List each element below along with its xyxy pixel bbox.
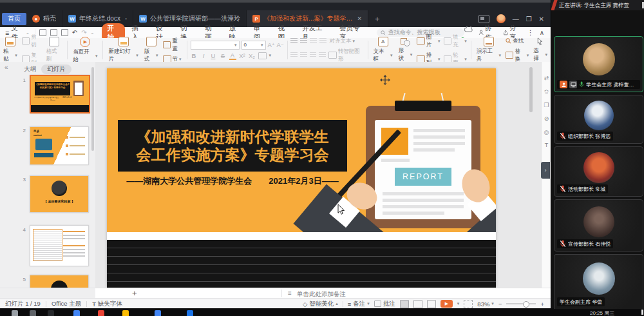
zoom-level[interactable]: 83%▾ — [477, 301, 494, 308]
new-slide-button[interactable]: 新建幻灯片▾ — [107, 37, 139, 63]
reset-button[interactable]: 重置 — [163, 37, 183, 53]
underline-button[interactable]: U — [210, 52, 217, 59]
presentation-tools-button[interactable]: 演示工具▾ — [475, 37, 502, 63]
effects-star-icon[interactable]: ✩ — [542, 88, 551, 95]
bold-button[interactable]: B — [191, 52, 198, 59]
superscript-button[interactable]: X² — [239, 52, 246, 59]
subscript-button[interactable]: X₂ — [249, 52, 256, 59]
slide-title-box[interactable]: 《加强和改进新时代学联学生 会工作实施方案》专题学习会 — [118, 120, 347, 172]
thumbnail-slide-3[interactable]: 【 总体要求和目标 】 — [30, 175, 89, 213]
comments-button[interactable]: 批注 — [374, 300, 395, 308]
outline-tab[interactable]: 大纲 — [24, 65, 36, 74]
text-tool-icon[interactable]: T — [542, 142, 551, 148]
shrink-font-button[interactable]: A⁻ — [277, 41, 284, 48]
format-painter-button[interactable]: 格式刷 — [45, 37, 64, 63]
decrease-indent-icon[interactable] — [310, 38, 317, 44]
show-desktop-button[interactable] — [641, 310, 643, 315]
layout-button[interactable]: 版式▾ — [143, 37, 160, 63]
slide-1-canvas[interactable]: 《加强和改进新时代学联学生 会工作实施方案》专题学习会 ——湖南大学公共管理学院… — [107, 68, 496, 288]
video-tile-organization-head[interactable]: 组织部部长 张博远 — [554, 95, 643, 144]
canvas-scrollbar[interactable] — [529, 67, 533, 112]
restore-button[interactable]: ❐ — [526, 15, 532, 23]
pin-icon[interactable]: ◎ — [542, 129, 551, 135]
align-left-icon[interactable] — [290, 52, 298, 58]
video-tile-activity-head[interactable]: 活动部部长 常城 — [554, 146, 643, 197]
minimize-button[interactable]: — — [513, 15, 519, 23]
taskbar-app-icon[interactable] — [187, 310, 193, 316]
normal-view-button[interactable] — [400, 300, 409, 308]
zoom-slider-knob[interactable] — [523, 301, 529, 308]
taskbar-clock[interactable]: 20:25 周三 — [590, 310, 614, 316]
justify-icon[interactable] — [319, 52, 326, 58]
new-tab-button[interactable]: + — [375, 14, 380, 24]
thumbnail-slide-4[interactable] — [30, 225, 89, 266]
clear-format-icon[interactable] — [258, 52, 267, 59]
fit-to-window-icon[interactable] — [464, 300, 473, 308]
play-from-current-button[interactable]: ▶ 当页开始▾ — [71, 37, 99, 64]
video-tile-publicity-head[interactable]: 宣传部部长 石佳悦 — [554, 199, 643, 252]
taskbar-app-icon[interactable] — [155, 310, 161, 316]
print-preview-icon[interactable] — [61, 29, 68, 36]
redo-icon[interactable]: ↷ — [81, 29, 86, 36]
zoom-in-button[interactable]: + — [540, 301, 544, 308]
taskbar-app-icon[interactable] — [48, 310, 54, 316]
video-tile-president[interactable]: 学生会主席 龚梓萱的屏幕... — [554, 36, 643, 92]
thumbnail-scrollbar[interactable] — [91, 67, 94, 151]
notes-toggle-button[interactable]: ≡备注▾ — [348, 300, 370, 308]
taskbar-app-icon[interactable] — [73, 310, 80, 316]
taskbar-app-icon[interactable] — [122, 310, 129, 316]
textbox-button[interactable]: A 文本框▾ — [372, 37, 394, 63]
align-right-icon[interactable] — [310, 52, 317, 58]
docs-badge-icon[interactable] — [478, 15, 489, 23]
slide-editing-canvas[interactable]: 《加强和改进新时代学联学生 会工作实施方案》专题学习会 ——湖南大学公共管理学院… — [95, 62, 541, 288]
thumbnail-slide-5[interactable] — [30, 275, 89, 288]
taskbar-app-icon[interactable] — [30, 310, 36, 316]
find-button[interactable]: 查找 — [506, 37, 529, 45]
zoom-slider[interactable] — [506, 303, 536, 304]
select-button[interactable]: 选择▾ — [532, 37, 549, 63]
properties-slider-icon[interactable]: ⇄ — [542, 75, 551, 81]
taskbar-app-icon[interactable] — [98, 310, 104, 316]
play-caret-icon[interactable]: ▾ — [457, 301, 460, 306]
add-slide-button[interactable]: + — [132, 288, 137, 298]
bullet-list-icon[interactable] — [290, 38, 298, 44]
shapes-button[interactable]: 形状▾ — [397, 37, 414, 63]
picture-button[interactable]: 图片▾ — [417, 34, 440, 49]
slides-tab[interactable]: 幻灯片 — [41, 64, 71, 74]
replace-button[interactable]: 替换▾ — [506, 48, 529, 63]
cut-button[interactable]: 剪切 — [22, 34, 42, 49]
qat-caret-icon[interactable]: ⌄ — [91, 30, 95, 35]
video-tile-vice-president[interactable]: 学生会副主席 华蕾 — [554, 254, 643, 309]
taskbar-app-icon[interactable] — [12, 310, 18, 316]
font-color-button[interactable]: A — [229, 52, 236, 60]
font-size-combo[interactable]: 0▾ — [242, 41, 266, 50]
thumbnail-slide-2[interactable]: 目录content — [30, 126, 89, 165]
font-name-combo[interactable]: ▾ — [191, 41, 240, 50]
account-avatar[interactable] — [497, 14, 506, 23]
missing-font-warning[interactable]: Ŧ缺失字体 — [87, 300, 128, 308]
close-button[interactable]: ✕ — [539, 15, 544, 23]
panel-expand-chevron[interactable]: › — [541, 162, 550, 179]
layers-icon[interactable]: ❐ — [542, 102, 551, 108]
fill-button[interactable]: 填充▾ — [444, 34, 467, 49]
increase-indent-icon[interactable] — [319, 38, 327, 44]
more-options-icon[interactable]: ⋮ — [527, 29, 534, 36]
italic-button[interactable]: I — [200, 52, 207, 59]
grow-font-button[interactable]: A⁺ — [268, 41, 275, 48]
undo-icon[interactable]: ↶ — [72, 29, 77, 36]
align-text-button[interactable]: 对齐文本▾ — [329, 37, 355, 45]
tab-close-icon[interactable]: ✕ — [357, 15, 363, 22]
strikethrough-button[interactable]: S — [220, 52, 227, 59]
theme-name[interactable]: Office 主题 — [46, 300, 86, 308]
slide-sorter-view-button[interactable] — [413, 300, 422, 308]
help-icon[interactable]: ⊘ — [542, 115, 551, 122]
align-center-icon[interactable] — [300, 52, 307, 58]
slideshow-play-button[interactable]: ▶ — [440, 300, 453, 308]
paste-button[interactable]: 粘贴▾ — [2, 37, 19, 63]
collapse-ribbon-icon[interactable]: ∧ — [540, 29, 544, 36]
thumbnail-slide-1[interactable]: 《加强和改进新时代学联学生会工作实施方案》专题学习会 ——湖南大学公共管理学院学… — [30, 75, 90, 114]
smart-beautify-button[interactable]: ◇智能美化▴ — [303, 300, 338, 308]
zoom-out-button[interactable]: − — [498, 301, 502, 308]
print-icon[interactable] — [50, 29, 57, 36]
numbered-list-icon[interactable] — [300, 38, 307, 44]
